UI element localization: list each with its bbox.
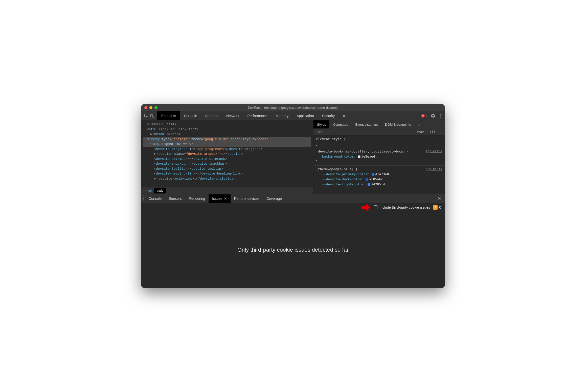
hov-toggle[interactable]: :hov	[415, 130, 426, 134]
settings-icon[interactable]	[431, 114, 435, 118]
color-swatch-icon[interactable]	[372, 173, 374, 176]
error-count[interactable]: ✕ 1	[421, 114, 428, 118]
drawer-tab-rendering[interactable]: Rendering	[185, 194, 209, 203]
inspect-element-icon[interactable]	[144, 114, 148, 118]
main-toolbar: Elements Console Sources Network Perform…	[141, 111, 445, 120]
issues-message: Only third-party cookie issues detected …	[237, 247, 349, 253]
color-swatch-icon[interactable]	[368, 183, 370, 186]
drawer-tab-sensors[interactable]: Sensors	[165, 194, 185, 203]
include-third-party-checkbox[interactable]: Include third-party cookie issues	[374, 205, 430, 209]
tab-sources[interactable]: Sources	[201, 111, 222, 120]
issues-count-value: 0	[439, 205, 441, 209]
panels-row: <!DOCTYPE html> <html lang="en" dir="ltr…	[141, 120, 445, 194]
minimize-window-button[interactable]	[149, 106, 152, 109]
checkbox-icon	[374, 205, 377, 209]
source-link[interactable]: app.css:1	[426, 167, 442, 171]
styles-filter-input[interactable]	[313, 130, 415, 134]
styles-rules[interactable]: element.style { } app.css:1 .devsite-boo…	[313, 136, 445, 194]
maximize-window-button[interactable]	[154, 106, 157, 109]
drawer-menu-icon[interactable]	[141, 197, 145, 200]
close-tab-icon[interactable]: ✕	[224, 197, 227, 201]
styles-tab-event-listeners[interactable]: Event Listeners	[352, 120, 381, 128]
styles-toolbar: :hov .cls +	[313, 128, 445, 136]
dom-selected-node[interactable]: ⋯ ▼<body type="article" theme="google-bl…	[143, 137, 311, 147]
issues-body: Only third-party cookie issues detected …	[141, 212, 445, 288]
drawer-tab-console[interactable]: Console	[145, 194, 165, 203]
styles-tab-styles[interactable]: Styles	[313, 120, 329, 128]
more-options-icon[interactable]	[438, 114, 442, 118]
svg-rect-2	[153, 114, 154, 118]
tab-console[interactable]: Console	[180, 111, 201, 120]
styles-tabs: Styles Computed Event Listeners DOM Brea…	[313, 120, 445, 128]
checkbox-label: Include third-party cookie issues	[379, 205, 430, 209]
warning-icon	[433, 205, 438, 210]
new-style-rule-button[interactable]: +	[437, 129, 445, 134]
tab-memory[interactable]: Memory	[272, 111, 293, 120]
tab-performance[interactable]: Performance	[243, 111, 272, 120]
issues-toolbar: Include third-party cookie issues 0	[141, 203, 445, 212]
elements-panel: <!DOCTYPE html> <html lang="en" dir="ltr…	[141, 120, 313, 194]
drawer-tabs: Console Sensors Rendering Issues✕ Remote…	[141, 194, 445, 203]
drawer-tab-coverage[interactable]: Coverage	[263, 194, 285, 203]
annotation-arrow-icon	[362, 204, 371, 210]
drawer-tab-issues[interactable]: Issues✕	[209, 194, 230, 203]
devtools-window: DevTools - developers.google.com/web/too…	[141, 104, 445, 288]
drawer-tab-remote-devices[interactable]: Remote devices	[231, 194, 263, 203]
main-tabs: Elements Console Sources Network Perform…	[157, 111, 421, 120]
dom-tree[interactable]: <!DOCTYPE html> <html lang="en" dir="ltr…	[141, 120, 313, 187]
tabs-overflow-button[interactable]: »	[339, 111, 348, 120]
cls-toggle[interactable]: .cls	[426, 130, 437, 134]
window-title: DevTools - developers.google.com/web/too…	[141, 106, 445, 110]
error-icon: ✕	[421, 114, 425, 118]
issues-count[interactable]: 0	[433, 205, 441, 210]
error-count-value: 1	[426, 114, 428, 118]
styles-tab-computed[interactable]: Computed	[329, 120, 352, 128]
styles-panel: Styles Computed Event Listeners DOM Brea…	[313, 120, 445, 194]
device-toolbar-icon[interactable]	[150, 114, 154, 118]
breadcrumb-html[interactable]: html	[143, 188, 154, 193]
drawer-close-button[interactable]: ✕	[434, 196, 445, 201]
styles-tab-dom-breakpoints[interactable]: DOM Breakpoints	[381, 120, 415, 128]
breadcrumb-body[interactable]: body	[154, 188, 166, 193]
tab-application[interactable]: Application	[292, 111, 318, 120]
drawer: Console Sensors Rendering Issues✕ Remote…	[141, 194, 445, 288]
styles-tabs-overflow[interactable]: »	[415, 120, 423, 128]
source-link[interactable]: app.css:1	[426, 149, 442, 154]
traffic-lights	[141, 106, 157, 109]
color-swatch-icon[interactable]	[358, 155, 360, 158]
svg-rect-1	[150, 114, 152, 117]
titlebar: DevTools - developers.google.com/web/too…	[141, 104, 445, 111]
tab-elements[interactable]: Elements	[157, 111, 180, 120]
breadcrumb: html body	[141, 187, 313, 194]
tab-security[interactable]: Security	[318, 111, 339, 120]
color-swatch-icon[interactable]	[366, 178, 368, 181]
close-window-button[interactable]	[144, 106, 147, 109]
tab-network[interactable]: Network	[222, 111, 243, 120]
